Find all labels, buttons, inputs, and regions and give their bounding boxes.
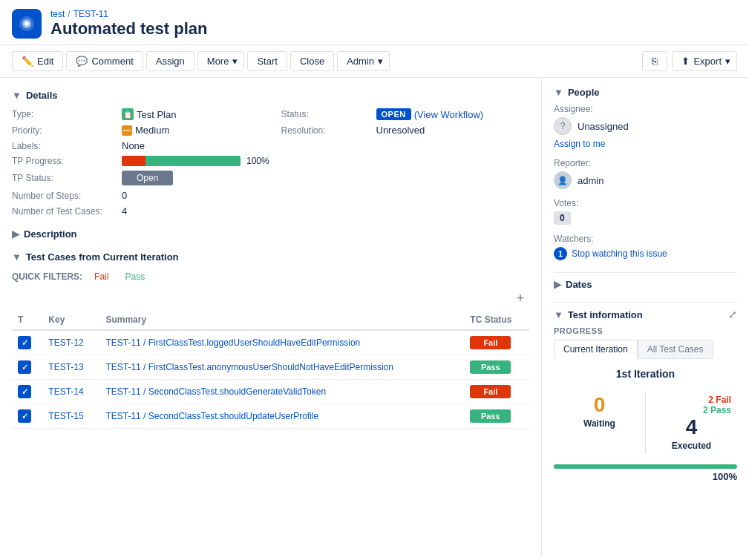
tc-summary-cell: TEST-11 / FirstClassTest.anonymousUserSh… xyxy=(99,355,464,380)
dates-section: ▶ Dates xyxy=(554,279,737,290)
num-tc-label: Number of Test Cases: xyxy=(12,206,116,217)
view-workflow-link[interactable]: (View Workflow) xyxy=(414,109,483,120)
test-info-section-header[interactable]: ▼ Test information xyxy=(554,309,643,320)
tc-summary-link[interactable]: TEST-11 / FirstClassTest.loggedUserShoul… xyxy=(105,337,458,349)
reporter-value: admin xyxy=(578,175,604,186)
page-header: test / TEST-11 Automated test plan xyxy=(0,0,749,45)
executed-stat: 2 Fail 2 Pass 4 Executed xyxy=(646,389,737,457)
test-cases-section-header[interactable]: ▼ Test Cases from Current Iteration xyxy=(12,251,529,263)
tc-key-link[interactable]: TEST-15 xyxy=(48,411,83,421)
tab-current-iteration[interactable]: Current Iteration xyxy=(554,340,638,359)
dates-section-header[interactable]: ▶ Dates xyxy=(554,279,737,290)
tc-status-badge: Pass xyxy=(470,409,511,423)
details-section-label: Details xyxy=(26,90,58,101)
tc-status-cell: Fail xyxy=(464,330,529,355)
add-test-case-button[interactable]: + xyxy=(511,289,529,307)
status-value: OPEN (View Workflow) xyxy=(376,108,530,120)
close-button[interactable]: Close xyxy=(290,51,334,71)
iteration-tabs: Current Iteration All Test Cases xyxy=(554,340,737,359)
tc-summary-link[interactable]: TEST-11 / SecondClassTest.shouldUpdateUs… xyxy=(105,410,458,423)
details-section-header[interactable]: ▼ Details xyxy=(12,90,529,101)
tp-progress-label: TP Progress: xyxy=(12,156,116,166)
labels-value: None xyxy=(122,140,275,151)
tc-status-cell: Fail xyxy=(464,380,529,404)
num-tc-value: 4 xyxy=(122,205,275,217)
tc-key-link[interactable]: TEST-12 xyxy=(48,337,83,348)
more-button[interactable]: More ▾ xyxy=(197,51,245,71)
waiting-stat: 0 Waiting xyxy=(554,389,645,457)
assignee-row: ? Unassigned xyxy=(554,117,737,135)
reporter-label: Reporter: xyxy=(554,158,737,168)
test-info-label: Test information xyxy=(568,309,643,320)
filter-fail-button[interactable]: Fail xyxy=(90,270,113,283)
watchers-badge: 1 xyxy=(554,247,567,260)
test-cases-table: T Key Summary TC Status TEST-12 TEST-11 … xyxy=(12,310,529,429)
main-layout: ▼ Details Type: Test Plan Status: OPEN (… xyxy=(0,78,749,556)
description-section-label: Description xyxy=(24,228,77,240)
start-button[interactable]: Start xyxy=(247,51,287,71)
progress-bar-container: 100% xyxy=(122,156,269,166)
tc-summary-link[interactable]: TEST-11 / SecondClassTest.shouldGenerate… xyxy=(105,386,458,398)
pass-count: 2 Pass xyxy=(703,405,731,415)
collapse-arrow-tc-icon: ▼ xyxy=(12,251,22,263)
breadcrumb-project[interactable]: test xyxy=(50,9,65,19)
tc-summary-link[interactable]: TEST-11 / FirstClassTest.anonymousUserSh… xyxy=(105,361,458,374)
assign-me-link[interactable]: Assign to me xyxy=(554,139,605,149)
description-section-header[interactable]: ▶ Description xyxy=(12,228,529,240)
collapse-test-info-icon: ▼ xyxy=(554,309,563,320)
waiting-label: Waiting xyxy=(560,418,639,429)
app-icon xyxy=(12,9,42,39)
share-button[interactable]: ⎘ xyxy=(642,51,667,71)
table-row: TEST-13 TEST-11 / FirstClassTest.anonymo… xyxy=(12,355,529,380)
comment-icon: 💬 xyxy=(76,56,88,67)
status-label: Status: xyxy=(281,109,370,119)
chevron-down-icon: ▾ xyxy=(232,56,238,67)
export-button[interactable]: ⬆ Export ▾ xyxy=(672,51,737,71)
collapse-dates-icon: ▶ xyxy=(554,279,561,290)
tc-key-link[interactable]: TEST-14 xyxy=(48,386,83,397)
watchers-row: 1 Stop watching this issue xyxy=(554,247,737,260)
people-section-label: People xyxy=(568,87,600,98)
executed-label: Executed xyxy=(652,441,731,451)
progress-bar xyxy=(122,156,241,166)
dates-section-label: Dates xyxy=(566,279,592,290)
votes-label: Votes: xyxy=(554,198,737,208)
table-header-row: T Key Summary TC Status xyxy=(12,310,529,330)
priority-value: Medium xyxy=(122,125,275,136)
admin-button[interactable]: Admin ▾ xyxy=(337,51,390,71)
tc-summary-cell: TEST-11 / SecondClassTest.shouldUpdateUs… xyxy=(99,404,464,429)
tc-key-cell: TEST-12 xyxy=(42,330,99,355)
people-section-header[interactable]: ▼ People xyxy=(554,87,737,98)
table-row: TEST-14 TEST-11 / SecondClassTest.should… xyxy=(12,380,529,404)
filter-pass-button[interactable]: Pass xyxy=(120,270,149,283)
col-key: Key xyxy=(42,310,99,330)
resolution-value: Unresolved xyxy=(376,125,530,136)
divider-1 xyxy=(554,272,737,273)
toolbar: ✏️ Edit 💬 Comment Assign More ▾ Start Cl… xyxy=(0,45,749,78)
waiting-number: 0 xyxy=(560,395,639,415)
details-grid: Type: Test Plan Status: OPEN (View Workf… xyxy=(12,108,529,217)
page-title: Automated test plan xyxy=(50,19,207,39)
executed-number: 4 xyxy=(652,417,731,438)
edit-button[interactable]: ✏️ Edit xyxy=(12,51,63,71)
content-area: ▼ Details Type: Test Plan Status: OPEN (… xyxy=(0,78,541,556)
num-steps-label: Number of Steps: xyxy=(12,191,116,201)
breadcrumb-issue[interactable]: TEST-11 xyxy=(73,9,108,19)
tc-status-badge: Fail xyxy=(470,336,511,349)
collapse-right-icon: ▶ xyxy=(12,228,19,240)
tc-type-icon-cell xyxy=(12,380,42,404)
progress-bar-green xyxy=(145,156,241,166)
reporter-row: 👤 admin xyxy=(554,171,737,189)
svg-point-2 xyxy=(24,22,29,26)
tc-type-icon-cell xyxy=(12,330,42,355)
stop-watching-link[interactable]: Stop watching this issue xyxy=(572,248,667,259)
tc-status-cell: Pass xyxy=(464,404,529,429)
assign-button[interactable]: Assign xyxy=(146,51,194,71)
tp-status-value: Open xyxy=(122,171,275,185)
tc-key-cell: TEST-14 xyxy=(42,380,99,404)
tc-key-link[interactable]: TEST-13 xyxy=(48,362,83,372)
expand-icon[interactable]: ⤢ xyxy=(728,309,737,320)
assignee-value: Unassigned xyxy=(578,121,629,132)
tab-all-test-cases[interactable]: All Test Cases xyxy=(638,340,713,359)
comment-button[interactable]: 💬 Comment xyxy=(66,51,143,71)
